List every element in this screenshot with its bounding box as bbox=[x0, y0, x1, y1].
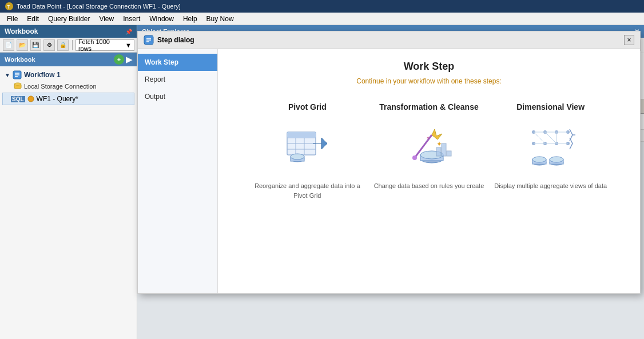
menu-file[interactable]: File bbox=[2, 14, 22, 24]
menu-query-builder[interactable]: Query Builder bbox=[43, 14, 94, 24]
toad-icon: T bbox=[5, 2, 14, 11]
sql-badge: SQL bbox=[11, 96, 25, 102]
panel-title-controls: + ▶ bbox=[114, 54, 132, 65]
workbook-header-label: Workbook bbox=[5, 27, 38, 35]
dialog-sidebar: Work Step Report Output bbox=[138, 49, 218, 293]
transform-icon: ✦ ✦ bbox=[400, 121, 458, 172]
add-icon: + bbox=[117, 56, 121, 63]
workflow-name: Workflow 1 bbox=[24, 71, 61, 79]
new-workbook-btn[interactable]: 📄 bbox=[3, 39, 14, 51]
title-bar: T Toad Data Point - [Local Storage Conne… bbox=[0, 0, 644, 13]
workflow-arrow: ▼ bbox=[5, 72, 10, 78]
transform-desc: Change data based on rules you create bbox=[374, 181, 484, 191]
dialog-body: Work Step Report Output Work Step Contin… bbox=[138, 49, 640, 293]
output-label: Output bbox=[145, 93, 165, 101]
add-step-btn[interactable]: + bbox=[114, 54, 124, 65]
query-icon bbox=[27, 95, 34, 102]
toolbar-sep-1 bbox=[72, 40, 73, 50]
dimensional-icon bbox=[522, 121, 579, 172]
sidebar-report[interactable]: Report bbox=[138, 71, 217, 88]
menu-buy-now[interactable]: Buy Now bbox=[202, 14, 238, 24]
menu-view[interactable]: View bbox=[94, 14, 118, 24]
dialog-content-title: Work Step bbox=[235, 61, 623, 73]
open-btn[interactable]: 📂 bbox=[17, 39, 28, 51]
work-step-label: Work Step bbox=[145, 58, 178, 66]
sidebar-work-step[interactable]: Work Step bbox=[138, 54, 217, 71]
workbook-panel-header: Workbook 📌 bbox=[0, 25, 137, 38]
storage-icon bbox=[14, 82, 22, 90]
workflow-item[interactable]: ▼ Workflow 1 bbox=[2, 69, 134, 81]
svg-rect-25 bbox=[436, 147, 441, 156]
transform-title: Transformation & Cleanse bbox=[379, 102, 479, 111]
close-icon: × bbox=[627, 36, 631, 44]
svg-text:T: T bbox=[7, 4, 10, 10]
menu-insert[interactable]: Insert bbox=[118, 14, 145, 24]
sidebar-output[interactable]: Output bbox=[138, 88, 217, 105]
svg-point-19 bbox=[412, 155, 417, 160]
fetch-rows-dropdown[interactable]: Fetch 1000 rows ▼ bbox=[75, 39, 134, 51]
menu-bar: File Edit Query Builder View Insert Wind… bbox=[0, 13, 644, 25]
menu-edit[interactable]: Edit bbox=[22, 14, 43, 24]
dimensional-desc: Display multiple aggregate views of data bbox=[494, 181, 607, 191]
svg-line-36 bbox=[534, 132, 545, 143]
transform-option[interactable]: Transformation & Cleanse ✦ ✦ bbox=[372, 102, 486, 191]
svg-rect-27 bbox=[447, 151, 451, 156]
svg-rect-26 bbox=[442, 143, 446, 156]
dialog-title-bar: Step dialog × bbox=[138, 31, 640, 49]
svg-line-37 bbox=[545, 132, 556, 143]
dialog-content: Work Step Continue in your workflow with… bbox=[218, 49, 640, 293]
menu-window[interactable]: Window bbox=[145, 14, 178, 24]
svg-point-17 bbox=[291, 154, 304, 159]
pivot-grid-title: Pivot Grid bbox=[288, 102, 327, 111]
fetch-rows-arrow: ▼ bbox=[125, 42, 132, 49]
fetch-rows-label: Fetch 1000 rows bbox=[78, 38, 124, 52]
icon-btn-5[interactable]: 🔒 bbox=[57, 39, 69, 51]
workflow-icon bbox=[13, 70, 22, 79]
main-container: Workbook 📌 📄 📂 💾 ⚙ 🔒 Fetch 1000 rows ▼ W… bbox=[0, 25, 644, 339]
menu-help[interactable]: Help bbox=[178, 14, 202, 24]
dialog-content-subtitle: Continue in your workflow with one these… bbox=[235, 77, 623, 85]
report-label: Report bbox=[145, 75, 165, 83]
query-item[interactable]: SQL WF1 - Query* bbox=[2, 93, 134, 105]
pivot-grid-desc: Reorganize and aggregate data into a Piv… bbox=[250, 181, 364, 200]
connection-name: Local Storage Connection bbox=[24, 83, 97, 90]
query-name: WF1 - Query* bbox=[37, 95, 78, 103]
workbook-toolbar: 📄 📂 💾 ⚙ 🔒 Fetch 1000 rows ▼ bbox=[0, 38, 137, 53]
connection-item[interactable]: Local Storage Connection bbox=[2, 81, 134, 91]
step-options: Pivot Grid bbox=[235, 102, 623, 200]
svg-text:✦: ✦ bbox=[426, 135, 430, 141]
dialog-icon bbox=[144, 35, 154, 45]
pivot-grid-icon bbox=[279, 121, 336, 172]
workbook-content: ▼ Workflow 1 Local Storage Connection SQ… bbox=[0, 66, 137, 339]
pivot-grid-option[interactable]: Pivot Grid bbox=[250, 102, 364, 200]
svg-point-4 bbox=[14, 83, 21, 85]
dialog-close-btn[interactable]: × bbox=[624, 35, 634, 45]
dimensional-title: Dimensional View bbox=[516, 102, 585, 111]
svg-point-5 bbox=[28, 96, 34, 102]
panel-title-bar: Workbook + ▶ bbox=[0, 53, 137, 66]
dialog-overlay: Step dialog × Work Step Report bbox=[132, 25, 644, 339]
panel-title-text: Workbook bbox=[5, 56, 35, 63]
step-dialog: Step dialog × Work Step Report bbox=[137, 31, 641, 294]
dimensional-option[interactable]: Dimensional View bbox=[494, 102, 608, 191]
left-panel: Workbook 📌 📄 📂 💾 ⚙ 🔒 Fetch 1000 rows ▼ W… bbox=[0, 25, 137, 339]
title-text: Toad Data Point - [Local Storage Connect… bbox=[17, 3, 181, 10]
dialog-title-left: Step dialog bbox=[144, 35, 194, 45]
svg-point-44 bbox=[532, 157, 546, 162]
svg-rect-14 bbox=[287, 132, 316, 138]
svg-point-47 bbox=[550, 157, 563, 162]
save-btn[interactable]: 💾 bbox=[30, 39, 42, 51]
dialog-title-text: Step dialog bbox=[157, 36, 194, 44]
icon-btn-4[interactable]: ⚙ bbox=[43, 39, 55, 51]
